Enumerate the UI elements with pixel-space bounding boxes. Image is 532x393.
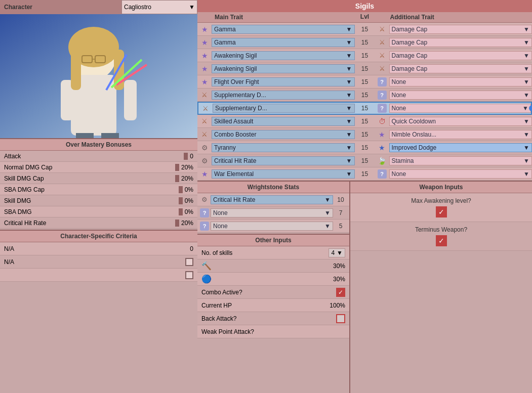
stat-row: SBA DMG 0%: [0, 206, 197, 217]
max-awakening-checkbox[interactable]: ✓: [436, 206, 447, 217]
add-trait-select[interactable]: None▼: [389, 104, 531, 113]
oi-row: No. of skills 4 ▼: [197, 246, 349, 259]
sigil-row-selected: ⚔ Supplementary D...▼ 15 ? None▼: [197, 102, 532, 115]
stat-value: 0%: [185, 197, 193, 204]
main-trait-select[interactable]: Tyranny▼: [212, 143, 355, 152]
stat-label: Attack: [4, 153, 21, 160]
main-trait-select[interactable]: Flight Over Fight▼: [212, 77, 355, 86]
add-trait-select[interactable]: Nimble Onslau...▼: [389, 130, 533, 139]
ws-lvl: 10: [333, 196, 348, 203]
stat-bar: [184, 153, 188, 160]
sigil-lvl: 15: [355, 39, 375, 46]
character-select[interactable]: Cagliostro ▼: [121, 0, 197, 14]
ws-row: ? None▼ 5: [197, 220, 349, 233]
stat-bar: [175, 220, 179, 227]
stat-label: Normal DMG Cap: [4, 164, 52, 171]
ws-trait-select[interactable]: Critical Hit Rate▼: [211, 195, 333, 204]
sigils-col-lvl: Lvl: [355, 13, 375, 21]
sigil-lvl: 15: [355, 78, 375, 85]
criteria-title: Character-Specific Criteria: [0, 231, 197, 242]
stat-value: 20%: [181, 220, 193, 227]
main-trait-select[interactable]: Supplementary D...▼: [213, 104, 355, 113]
over-mastery-rows: Attack 0 Normal DMG Cap 20% Skill DMG Ca…: [0, 151, 197, 229]
criteria-label: N/A: [4, 245, 14, 252]
ws-trait-select[interactable]: None▼: [211, 208, 333, 217]
add-trait-select[interactable]: Improved Dodge▼: [389, 143, 533, 152]
add-trait-select[interactable]: Damage Cap▼: [389, 25, 533, 34]
stat-label: Skill DMG Cap: [4, 175, 44, 182]
add-trait-select[interactable]: Damage Cap▼: [389, 51, 533, 60]
sigil-main-icon: ⚔: [197, 91, 212, 99]
main-trait-select[interactable]: Supplementary D...▼: [212, 91, 355, 100]
terminus-checkbox[interactable]: ✓: [436, 235, 447, 246]
sigil-row: ★ Awakening Sigil▼ 15 ⚔ Damage Cap▼: [197, 49, 532, 62]
stat-bar: [175, 175, 179, 182]
add-trait-select[interactable]: Damage Cap▼: [389, 64, 533, 73]
hp-value: 100%: [330, 302, 345, 309]
back-attack-checkbox[interactable]: [336, 314, 345, 323]
right-panel: Sigils Main Trait Lvl Additional Trait ★…: [197, 0, 532, 393]
svg-rect-5: [76, 133, 94, 138]
sigil-add-icon: ⏱: [375, 117, 389, 125]
stat-row: Attack 0: [0, 151, 197, 162]
bottom-panels: Wrightstone Stats ⚙ Critical Hit Rate▼ 1…: [197, 181, 532, 393]
weapon-inputs-title: Weapon Inputs: [350, 182, 532, 193]
main-trait-select[interactable]: Awakening Sigil▼: [212, 51, 355, 60]
back-attack-label: Back Attack?: [201, 315, 236, 322]
ws-trait-select[interactable]: None▼: [211, 222, 333, 231]
stat-value: 0%: [185, 208, 193, 215]
criteria-checkbox[interactable]: [185, 258, 193, 266]
main-trait-select[interactable]: War Elemental▼: [212, 169, 355, 179]
sigil-lvl: 15: [355, 144, 375, 151]
stat-bar: [179, 186, 183, 193]
sigil-add-icon: ⚔: [375, 25, 389, 33]
criteria-row: N/A 0: [0, 242, 197, 255]
sigil-add-icon: ★: [375, 130, 389, 139]
main-trait-select[interactable]: Critical Hit Rate▼: [212, 156, 355, 165]
sigil-lvl: 15: [355, 131, 375, 138]
add-trait-select[interactable]: Quick Cooldown▼: [389, 117, 533, 126]
add-trait-select[interactable]: Damage Cap▼: [389, 38, 533, 47]
sigils-col-main: Main Trait: [214, 13, 355, 21]
sigil-add-icon: ?: [375, 169, 389, 179]
sigil-add-icon: ?: [375, 104, 389, 113]
sigil-add-icon: ⚔: [375, 38, 389, 46]
ws-icon: ?: [198, 222, 211, 231]
main-trait-select[interactable]: Gamma▼: [212, 25, 355, 34]
main-trait-select[interactable]: Awakening Sigil▼: [212, 64, 355, 73]
main-trait-select[interactable]: Skilled Assault▼: [212, 117, 355, 126]
add-trait-select[interactable]: Stamina▼: [389, 156, 533, 165]
criteria-value: 0: [190, 245, 193, 252]
sigil-add-icon: ?: [375, 77, 389, 86]
hp-label: Current HP: [201, 302, 232, 309]
sigils-section: Sigils Main Trait Lvl Additional Trait ★…: [197, 0, 532, 181]
other-inputs-title: Other Inputs: [197, 235, 349, 246]
over-mastery-title: Over Mastery Bonuses: [0, 139, 197, 151]
criteria-checkbox[interactable]: [185, 271, 193, 279]
sigils-col-empty2: [375, 13, 389, 21]
stat-row: SBA DMG Cap 0%: [0, 184, 197, 195]
sigil-lvl: 15: [355, 105, 375, 112]
criteria-row: [0, 269, 197, 282]
sigil-lvl: 15: [355, 52, 375, 59]
terminus-weapon-row: Terminus Weapon? ✓: [350, 222, 532, 251]
add-trait-select[interactable]: None▼: [389, 77, 533, 86]
add-trait-select[interactable]: None▼: [389, 91, 533, 100]
stat-value: 0%: [185, 186, 193, 193]
main-trait-select[interactable]: Combo Booster▼: [212, 130, 355, 139]
svg-rect-8: [71, 50, 81, 90]
sigil-add-icon: ⚔: [375, 65, 389, 72]
sigil-main-icon: ★: [197, 25, 212, 33]
add-trait-select[interactable]: None▼: [389, 169, 533, 179]
skills-select[interactable]: 4 ▼: [329, 248, 345, 257]
hammer-icon: 🔨: [201, 261, 212, 271]
sigil-lvl: 15: [355, 118, 375, 125]
stat-label: Skill DMG: [4, 197, 31, 204]
sigil-row: ⚔ Combo Booster▼ 15 ★ Nimble Onslau...▼: [197, 128, 532, 141]
stat-value: 20%: [181, 164, 193, 171]
sigil-row: ⚙ Critical Hit Rate▼ 15 🍃 Stamina▼: [197, 154, 532, 167]
weak-point-label: Weak Point Attack?: [201, 328, 254, 335]
combo-checkbox[interactable]: ✓: [336, 288, 345, 297]
main-trait-select[interactable]: Gamma▼: [212, 38, 355, 47]
character-dropdown-arrow[interactable]: ▼: [189, 4, 195, 11]
